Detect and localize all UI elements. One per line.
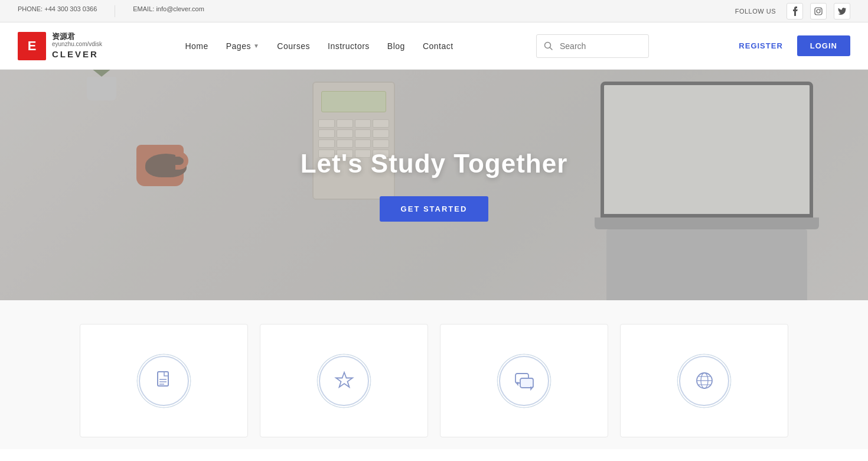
- logo-text-area: 资源君 eyunzhu.com/vdisk CLEVER: [52, 32, 102, 60]
- document-icon: [154, 370, 175, 391]
- top-bar-right: FOLLOW US: [735, 3, 850, 20]
- nav-instructors[interactable]: Instructors: [328, 41, 370, 51]
- instagram-icon[interactable]: [810, 3, 827, 20]
- hero-title: Let's Study Together: [301, 149, 568, 178]
- logo-icon: E: [18, 32, 46, 60]
- hero-content: Let's Study Together GET STARTED: [301, 149, 568, 222]
- star-icon: [334, 370, 355, 391]
- phone-info: PHONE: +44 300 303 0366: [18, 5, 97, 17]
- svg-point-13: [701, 373, 708, 388]
- features-grid: [80, 324, 788, 437]
- laurel-ring-3: [499, 356, 549, 406]
- feature-icon-wrap-3: [498, 354, 551, 407]
- facebook-icon[interactable]: [787, 3, 803, 20]
- globe-icon: [694, 370, 715, 391]
- laurel-ring-2: [319, 356, 369, 406]
- top-bar: PHONE: +44 300 303 0366 EMAIL: info@clev…: [0, 0, 868, 22]
- feature-card-globe: [620, 324, 788, 437]
- search-area: [536, 34, 649, 58]
- svg-point-1: [817, 9, 820, 13]
- svg-rect-5: [158, 372, 168, 386]
- laurel-ring-1: [139, 356, 189, 406]
- chat-icon: [514, 370, 535, 391]
- auth-area: REGISTER LOGIN: [732, 35, 850, 56]
- nav-blog[interactable]: Blog: [387, 41, 405, 51]
- twitter-icon[interactable]: [834, 3, 850, 20]
- top-bar-left: PHONE: +44 300 303 0366 EMAIL: info@clev…: [18, 5, 204, 17]
- logo-url: eyunzhu.com/vdisk: [52, 41, 102, 48]
- phone-number: +44 300 303 0366: [44, 5, 97, 12]
- follow-us-label: FOLLOW US: [735, 8, 776, 15]
- feature-icon-wrap-1: [138, 354, 191, 407]
- nav-courses[interactable]: Courses: [277, 41, 310, 51]
- login-button[interactable]: LOGIN: [797, 35, 850, 56]
- svg-marker-9: [336, 372, 353, 387]
- email-address: info@clever.com: [156, 5, 204, 12]
- email-label: EMAIL:: [133, 5, 154, 12]
- svg-rect-11: [520, 378, 533, 388]
- nav-home[interactable]: Home: [185, 41, 208, 51]
- register-button[interactable]: REGISTER: [732, 37, 789, 55]
- feature-card-document: [80, 324, 248, 437]
- svg-line-4: [550, 47, 552, 50]
- logo-brand: CLEVER: [52, 49, 102, 60]
- main-nav: Home Pages ▼ Courses Instructors Blog Co…: [185, 41, 453, 51]
- pages-dropdown-icon: ▼: [253, 43, 259, 49]
- nav-pages[interactable]: Pages ▼: [226, 41, 260, 51]
- nav-contact[interactable]: Contact: [423, 41, 453, 51]
- feature-icon-wrap-4: [678, 354, 731, 407]
- search-input[interactable]: [560, 41, 648, 51]
- search-icon: [544, 41, 553, 50]
- header: E 资源君 eyunzhu.com/vdisk CLEVER Home Page…: [0, 22, 868, 70]
- svg-point-12: [697, 373, 712, 388]
- svg-point-2: [820, 8, 821, 9]
- feature-card-chat: [440, 324, 608, 437]
- laurel-ring-4: [679, 356, 729, 406]
- search-button[interactable]: [537, 41, 560, 50]
- phone-label: PHONE:: [18, 5, 43, 12]
- logo-area: E 资源君 eyunzhu.com/vdisk CLEVER: [18, 32, 102, 60]
- top-bar-divider: [115, 5, 115, 17]
- feature-card-star: [260, 324, 428, 437]
- logo-cn-name: 资源君: [52, 32, 102, 41]
- hero-section: Let's Study Together GET STARTED: [0, 70, 868, 300]
- svg-rect-0: [815, 8, 822, 15]
- get-started-button[interactable]: GET STARTED: [380, 196, 489, 222]
- svg-rect-10: [515, 374, 528, 383]
- email-info: EMAIL: info@clever.com: [133, 5, 204, 17]
- features-section: [0, 300, 868, 449]
- feature-icon-wrap-2: [318, 354, 371, 407]
